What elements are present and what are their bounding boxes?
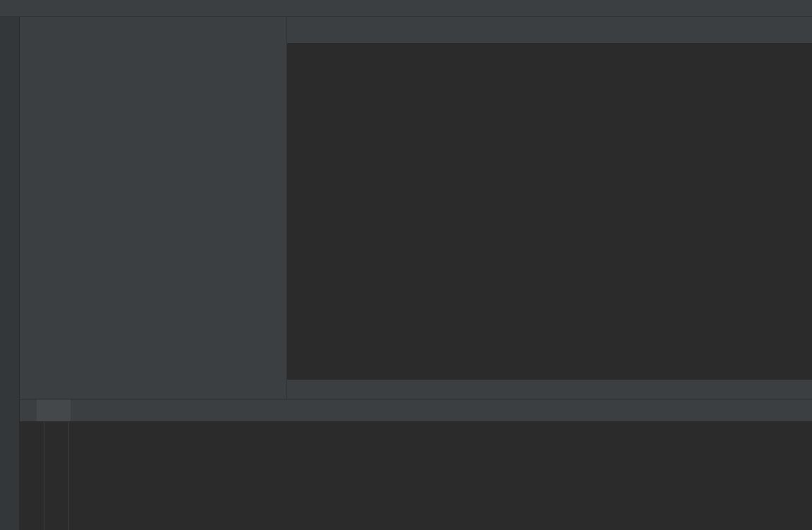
editor-breadcrumbs xyxy=(287,379,812,399)
editor xyxy=(287,17,812,399)
python-icon xyxy=(44,405,55,416)
run-toolbar-primary xyxy=(20,422,44,530)
run-body xyxy=(20,422,812,530)
left-tool-strip xyxy=(0,17,20,530)
run-panel-header xyxy=(20,399,812,422)
console-output[interactable] xyxy=(69,422,812,530)
editor-tab-bar xyxy=(287,17,812,44)
project-panel xyxy=(20,17,287,399)
content-column xyxy=(20,17,812,530)
project-view-icon xyxy=(25,25,37,36)
project-tree xyxy=(20,44,286,399)
run-toolbar-console xyxy=(44,422,69,530)
run-panel xyxy=(20,399,812,530)
project-panel-header xyxy=(20,17,286,44)
main-body xyxy=(0,17,812,530)
editor-code[interactable] xyxy=(287,44,812,379)
upper-area xyxy=(20,17,812,399)
titlebar xyxy=(0,0,812,17)
pycharm-window xyxy=(0,0,812,530)
run-tab[interactable] xyxy=(37,399,71,421)
